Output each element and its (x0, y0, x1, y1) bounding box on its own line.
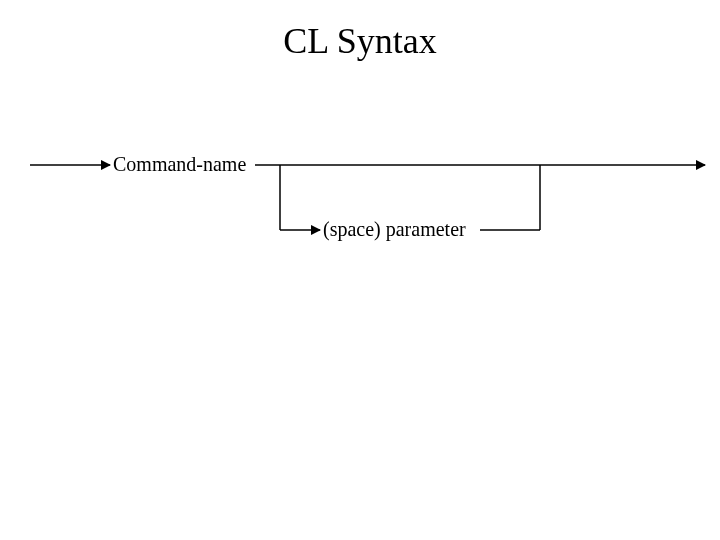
syntax-diagram (0, 0, 720, 540)
parameter-node: (space) parameter (323, 218, 466, 241)
command-name-node: Command-name (113, 153, 246, 176)
